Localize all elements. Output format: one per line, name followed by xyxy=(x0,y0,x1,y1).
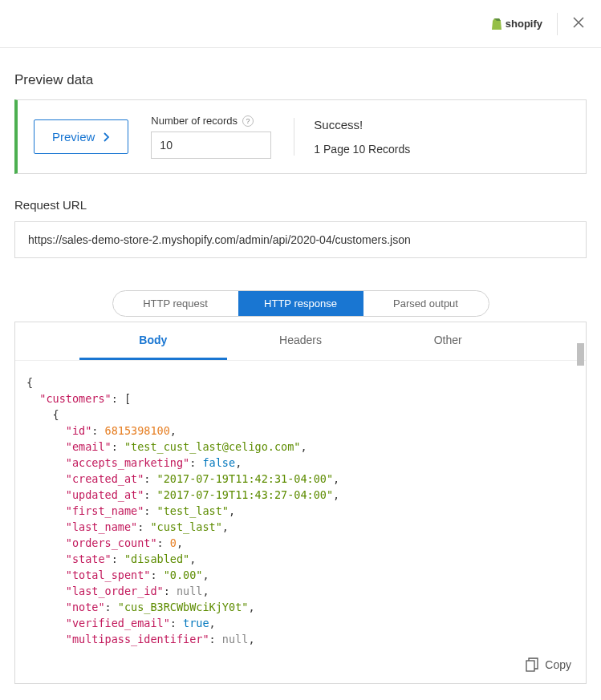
tab-http-request[interactable]: HTTP request xyxy=(113,291,238,316)
main-content: Preview data Preview Number of records ?… xyxy=(0,48,601,684)
status-column: Success! 1 Page 10 Records xyxy=(294,118,410,156)
tab-parsed-output[interactable]: Parsed output xyxy=(363,291,489,316)
topbar: shopify xyxy=(0,0,601,48)
copy-label: Copy xyxy=(545,658,571,671)
subtab-headers[interactable]: Headers xyxy=(227,322,375,360)
shopify-bag-icon xyxy=(491,18,502,30)
json-body-view[interactable]: { "customers": [ { "id": 6815398100, "em… xyxy=(15,361,586,649)
response-panel: Body Headers Other { "customers": [ { "i… xyxy=(14,322,587,684)
brand-name: shopify xyxy=(506,18,542,30)
svg-rect-0 xyxy=(526,661,534,671)
close-button[interactable] xyxy=(572,16,585,32)
records-label: Number of records xyxy=(151,115,238,127)
separator xyxy=(557,13,558,35)
number-of-records-group: Number of records ? xyxy=(151,115,271,159)
preview-title: Preview data xyxy=(14,72,587,88)
brand-logo: shopify xyxy=(491,18,542,30)
copy-button[interactable]: Copy xyxy=(526,658,571,672)
help-icon[interactable]: ? xyxy=(242,115,254,127)
copy-bar: Copy xyxy=(15,649,586,683)
copy-icon xyxy=(526,658,538,672)
preview-button-label: Preview xyxy=(52,130,95,144)
records-label-row: Number of records ? xyxy=(151,115,271,127)
close-icon xyxy=(572,16,585,29)
chevron-right-icon xyxy=(103,132,110,143)
response-sub-tabs: Body Headers Other xyxy=(15,322,586,361)
request-url-value: https://sales-demo-store-2.myshopify.com… xyxy=(14,221,587,258)
response-type-tabs: HTTP request HTTP response Parsed output xyxy=(112,290,489,317)
preview-card: Preview Number of records ? Success! 1 P… xyxy=(14,99,587,174)
tab-http-response[interactable]: HTTP response xyxy=(238,291,363,316)
status-text: Success! xyxy=(314,118,410,132)
preview-button[interactable]: Preview xyxy=(34,119,128,154)
request-url-label: Request URL xyxy=(14,198,587,212)
page-records-text: 1 Page 10 Records xyxy=(314,143,410,156)
records-input[interactable] xyxy=(151,132,271,159)
subtab-other[interactable]: Other xyxy=(374,322,522,360)
subtab-body[interactable]: Body xyxy=(79,322,227,360)
